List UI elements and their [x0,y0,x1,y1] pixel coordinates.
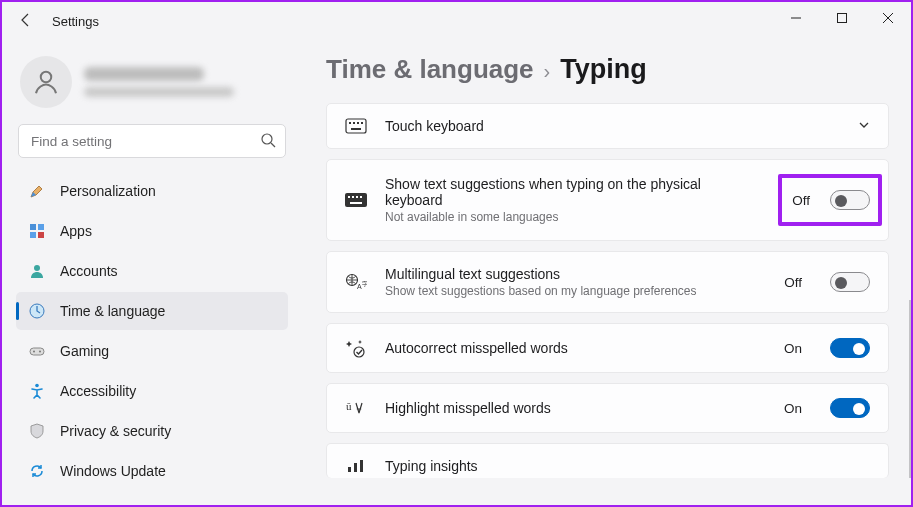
toggle-state-label: On [784,401,802,416]
clock-globe-icon [28,302,46,320]
svg-rect-22 [351,128,361,130]
svg-text:ŭ: ŭ [346,400,352,412]
svg-text:字: 字 [362,280,367,287]
svg-rect-18 [349,122,351,124]
svg-point-16 [35,384,39,388]
search-wrap [18,124,286,158]
sidebar-scrollbar[interactable] [909,300,911,478]
search-input[interactable] [18,124,286,158]
svg-rect-1 [838,14,847,23]
sidebar-item-label: Personalization [60,183,156,199]
accessibility-icon [28,382,46,400]
card-highlight-misspelled[interactable]: ŭ Highlight misspelled words On [326,383,889,433]
search-icon [260,132,276,152]
spellcheck-icon: ŭ [345,399,367,417]
sidebar-item-label: Privacy & security [60,423,171,439]
card-touch-keyboard[interactable]: Touch keyboard [326,103,889,149]
svg-rect-20 [357,122,359,124]
breadcrumb-parent[interactable]: Time & language [326,54,534,85]
svg-rect-27 [360,196,362,198]
globe-translate-icon: A字 [345,273,367,291]
card-subtitle: Not available in some languages [385,210,760,224]
sidebar-item-privacy-security[interactable]: Privacy & security [16,412,288,450]
sidebar-item-label: Gaming [60,343,109,359]
svg-rect-36 [360,460,363,472]
card-title: Typing insights [385,458,870,474]
keyboard-outline-icon [345,118,367,134]
svg-rect-24 [348,196,350,198]
svg-point-14 [33,351,35,353]
svg-rect-35 [354,463,357,472]
chevron-down-icon [858,119,870,134]
svg-line-6 [271,143,275,147]
sidebar-item-label: Time & language [60,303,165,319]
svg-rect-9 [30,232,36,238]
svg-rect-26 [356,196,358,198]
sidebar-item-label: Windows Update [60,463,166,479]
card-physical-suggestions[interactable]: Show text suggestions when typing on the… [326,159,889,241]
window-controls [773,2,911,34]
sidebar-item-time-language[interactable]: Time & language [16,292,288,330]
card-autocorrect[interactable]: Autocorrect misspelled words On [326,323,889,373]
toggle-state-label: On [784,341,802,356]
gamepad-icon [28,342,46,360]
maximize-button[interactable] [819,2,865,34]
shield-icon [28,422,46,440]
card-title: Show text suggestions when typing on the… [385,176,760,208]
sidebar-item-accessibility[interactable]: Accessibility [16,372,288,410]
svg-point-32 [354,347,364,357]
main-content: Time & language › Typing Touch keyboard … [302,40,911,505]
sidebar-item-label: Apps [60,223,92,239]
update-icon [28,462,46,480]
svg-rect-10 [38,232,44,238]
profile-text [84,67,234,97]
svg-rect-7 [30,224,36,230]
svg-point-5 [262,134,272,144]
sidebar-item-accounts[interactable]: Accounts [16,252,288,290]
svg-rect-21 [361,122,363,124]
wand-check-icon [345,338,367,358]
breadcrumb-current: Typing [560,54,646,85]
window-title: Settings [52,14,99,29]
sidebar-item-apps[interactable]: Apps [16,212,288,250]
toggle-state-label: Off [792,193,810,208]
card-title: Touch keyboard [385,118,840,134]
toggle-multilingual[interactable] [830,272,870,292]
profile-block[interactable] [16,48,288,124]
svg-rect-28 [350,202,362,204]
sidebar-item-windows-update[interactable]: Windows Update [16,452,288,490]
paintbrush-icon [28,182,46,200]
back-button[interactable] [14,12,38,31]
close-button[interactable] [865,2,911,34]
profile-name-redacted [84,67,204,81]
card-title: Multilingual text suggestions [385,266,766,282]
toggle-state-label: Off [784,275,802,290]
card-typing-insights[interactable]: Typing insights [326,443,889,478]
nav-list: Personalization Apps Accounts Time & lan… [16,172,288,490]
svg-point-4 [41,72,52,83]
toggle-physical-suggestions[interactable] [830,190,870,210]
svg-point-15 [39,351,41,353]
avatar [20,56,72,108]
card-multilingual[interactable]: A字 Multilingual text suggestions Show te… [326,251,889,313]
apps-icon [28,222,46,240]
toggle-autocorrect[interactable] [830,338,870,358]
breadcrumb: Time & language › Typing [326,54,889,85]
highlight-annotation: Off [778,174,882,226]
svg-point-11 [34,265,40,271]
minimize-button[interactable] [773,2,819,34]
accounts-icon [28,262,46,280]
card-title: Autocorrect misspelled words [385,340,766,356]
sidebar-item-label: Accounts [60,263,118,279]
sidebar-item-personalization[interactable]: Personalization [16,172,288,210]
chevron-right-icon: › [544,60,551,83]
svg-rect-19 [353,122,355,124]
sidebar: Personalization Apps Accounts Time & lan… [2,40,302,505]
card-title: Highlight misspelled words [385,400,766,416]
svg-rect-23 [345,193,367,207]
svg-rect-8 [38,224,44,230]
toggle-highlight-misspelled[interactable] [830,398,870,418]
svg-rect-34 [348,467,351,472]
keyboard-solid-icon [345,193,367,207]
sidebar-item-gaming[interactable]: Gaming [16,332,288,370]
